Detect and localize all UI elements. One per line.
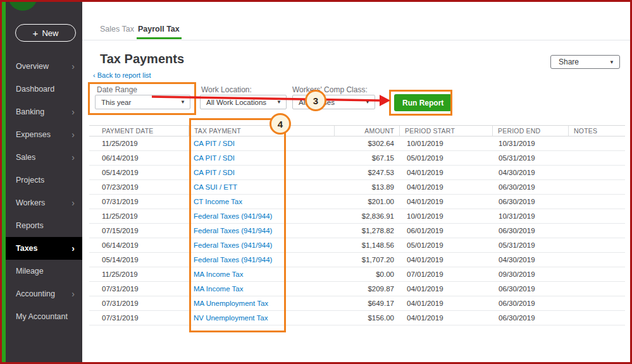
payment-date-cell: 07/23/2019 <box>89 183 189 191</box>
tax-payment-link[interactable]: MA Income Tax <box>189 270 334 278</box>
period-start-cell: 06/01/2019 <box>399 227 492 234</box>
table-row: 07/31/2019MA Unemployment Tax$649.1704/0… <box>89 296 625 311</box>
sidebar-item-label: Reports <box>16 221 44 230</box>
workers-comp-class-select[interactable]: All Classes ▼ <box>292 95 375 109</box>
back-link-label: Back to report list <box>97 71 151 79</box>
payment-date-cell: 11/25/2019 <box>89 270 189 278</box>
amount-cell: $201.00 <box>334 198 399 205</box>
tax-payment-link[interactable]: CA PIT / SDI <box>189 169 334 176</box>
payment-date-cell: 06/14/2019 <box>89 154 189 162</box>
back-to-report-list-link[interactable]: ‹Back to report list <box>93 71 151 79</box>
tax-payment-link[interactable]: Federal Taxes (941/944) <box>189 256 334 264</box>
amount-cell: $209.87 <box>334 285 399 293</box>
tax-payment-link[interactable]: CA PIT / SDI <box>189 154 334 162</box>
sidebar-item-workers[interactable]: Workers› <box>6 191 82 214</box>
table-row: 11/25/2019MA Income Tax$0.0007/01/201909… <box>89 267 625 282</box>
sidebar-item-expenses[interactable]: Expenses› <box>6 123 82 146</box>
chevron-down-icon: ▼ <box>365 99 370 105</box>
period-end-cell: 05/31/2019 <box>492 154 568 162</box>
chevron-right-icon: › <box>71 289 75 298</box>
sidebar-item-taxes[interactable]: Taxes› <box>6 237 82 260</box>
amount-cell: $649.17 <box>334 300 399 307</box>
amount-cell: $247.53 <box>334 169 399 176</box>
chevron-right-icon: › <box>71 62 75 71</box>
workers-comp-class-label: Workers' Comp Class: <box>292 85 368 94</box>
tax-payment-link[interactable]: CA PIT / SDI <box>189 140 334 147</box>
period-start-cell: 05/01/2019 <box>399 154 492 162</box>
tax-payment-link[interactable]: NV Unemployment Tax <box>189 314 334 322</box>
tax-payment-link[interactable]: MA Income Tax <box>189 285 334 293</box>
payment-date-cell: 07/15/2019 <box>89 227 189 234</box>
work-location-label: Work Location: <box>201 85 252 94</box>
sidebar-item-overview[interactable]: Overview› <box>6 55 82 78</box>
sidebar-item-label: Projects <box>16 176 44 185</box>
table-row: 06/14/2019CA PIT / SDI$67.1505/01/201905… <box>89 151 625 166</box>
period-start-cell: 10/01/2019 <box>399 212 492 220</box>
tax-payment-link[interactable]: Federal Taxes (941/944) <box>189 227 334 234</box>
period-start-cell: 04/01/2019 <box>399 300 492 307</box>
amount-cell: $1,278.82 <box>334 227 399 234</box>
period-start-cell: 10/01/2019 <box>399 140 492 147</box>
sidebar-item-my-accountant[interactable]: My Accountant <box>6 305 82 328</box>
column-header-tax-payment: TAX PAYMENT <box>189 126 334 136</box>
period-end-cell: 05/31/2019 <box>492 241 568 249</box>
payment-date-cell: 06/14/2019 <box>89 241 189 249</box>
period-start-cell: 04/01/2019 <box>399 198 492 205</box>
period-end-cell: 10/31/2019 <box>492 212 568 220</box>
tab-payroll-tax[interactable]: Payroll Tax <box>138 25 180 33</box>
amount-cell: $1,707.20 <box>334 256 399 264</box>
sidebar-item-mileage[interactable]: Mileage <box>6 260 82 282</box>
payment-date-cell: 07/31/2019 <box>89 285 189 293</box>
period-end-cell: 04/30/2019 <box>492 169 568 176</box>
tax-payment-link[interactable]: CA SUI / ETT <box>189 183 334 191</box>
period-end-cell: 09/30/2019 <box>492 270 568 278</box>
sidebar-item-sales[interactable]: Sales› <box>6 146 82 169</box>
tax-payments-table: PAYMENT DATE TAX PAYMENT AMOUNT PERIOD S… <box>89 125 625 325</box>
tab-sales-tax[interactable]: Sales Tax <box>100 25 134 33</box>
share-button[interactable]: Share ▼ <box>550 55 620 69</box>
period-start-cell: 04/01/2019 <box>399 256 492 264</box>
page-title: Tax Payments <box>100 52 184 66</box>
quickbooks-logo <box>8 0 37 11</box>
work-location-value: All Work Locations <box>206 99 266 106</box>
sidebar-item-label: Banking <box>16 107 44 116</box>
new-button[interactable]: + New <box>15 24 76 42</box>
payment-date-cell: 07/31/2019 <box>89 300 189 307</box>
payment-date-cell: 11/25/2019 <box>89 140 189 147</box>
period-start-cell: 07/01/2019 <box>399 270 492 278</box>
chevron-left-icon: ‹ <box>93 71 96 79</box>
active-tab-underline <box>137 37 182 39</box>
amount-cell: $67.15 <box>334 154 399 162</box>
period-end-cell: 06/30/2019 <box>492 198 568 205</box>
column-header-period-end: PERIOD END <box>492 126 568 136</box>
sidebar-item-label: Overview <box>16 62 49 71</box>
period-start-cell: 04/01/2019 <box>399 314 492 322</box>
table-row: 07/23/2019CA SUI / ETT$13.8904/01/201906… <box>89 180 625 195</box>
sidebar-item-reports[interactable]: Reports <box>6 214 82 237</box>
sidebar-item-label: Taxes <box>16 244 38 253</box>
period-end-cell: 06/30/2019 <box>492 227 568 234</box>
sidebar-item-label: My Accountant <box>16 312 68 321</box>
date-range-select[interactable]: This year ▼ <box>95 95 190 109</box>
sidebar-item-dashboard[interactable]: Dashboard <box>6 78 82 100</box>
tax-payment-link[interactable]: Federal Taxes (941/944) <box>189 212 334 220</box>
payment-date-cell: 11/25/2019 <box>89 212 189 220</box>
run-report-button[interactable]: Run Report <box>394 94 452 111</box>
payment-date-cell: 05/14/2019 <box>89 256 189 264</box>
chevron-right-icon: › <box>71 153 75 162</box>
amount-cell: $1,148.56 <box>334 241 399 249</box>
chevron-right-icon: › <box>71 130 75 139</box>
tax-payment-link[interactable]: Federal Taxes (941/944) <box>189 241 334 249</box>
table-row: 07/31/2019MA Income Tax$209.8704/01/2019… <box>89 282 625 296</box>
sidebar-item-label: Sales <box>16 153 35 162</box>
tax-payment-link[interactable]: CT Income Tax <box>189 198 334 205</box>
sidebar-item-banking[interactable]: Banking› <box>6 100 82 123</box>
sidebar-item-projects[interactable]: Projects <box>6 169 82 191</box>
work-location-select[interactable]: All Work Locations ▼ <box>200 95 287 109</box>
sidebar-item-accounting[interactable]: Accounting› <box>6 282 82 305</box>
amount-cell: $13.89 <box>334 183 399 191</box>
amount-cell: $302.64 <box>334 140 399 147</box>
table-row: 07/31/2019NV Unemployment Tax$156.0004/0… <box>89 311 625 325</box>
tax-payment-link[interactable]: MA Unemployment Tax <box>189 300 334 307</box>
column-header-period-start: PERIOD START <box>399 126 492 136</box>
